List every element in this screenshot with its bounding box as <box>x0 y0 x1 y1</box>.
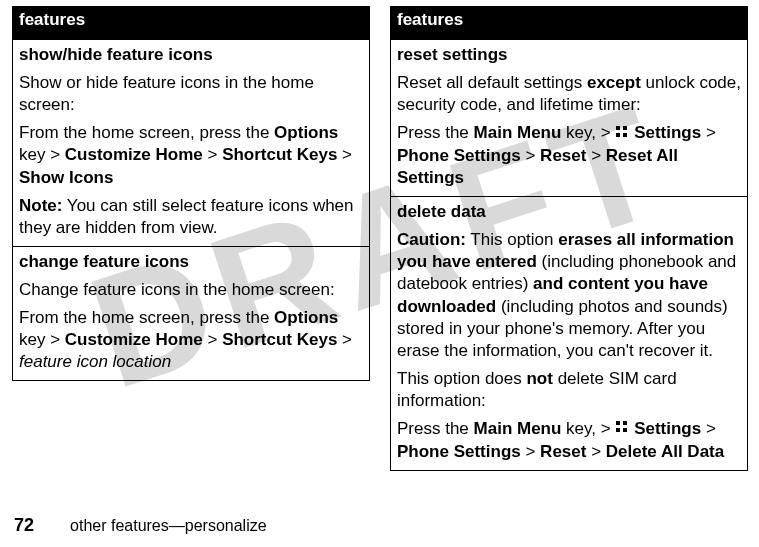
main-menu: Main Menu <box>474 123 562 142</box>
svg-rect-3 <box>623 133 627 137</box>
reset: Reset <box>540 442 586 461</box>
options-key: Options <box>274 123 338 142</box>
text: key > <box>19 145 65 164</box>
text: > <box>521 146 540 165</box>
text: > <box>586 442 605 461</box>
text: > <box>203 330 222 349</box>
text: key, > <box>561 419 615 438</box>
right-row-reset: reset settings Reset all default setting… <box>391 38 748 197</box>
shortcut-keys: Shortcut Keys <box>222 330 337 349</box>
except: except <box>587 73 641 92</box>
svg-rect-0 <box>616 126 620 130</box>
svg-rect-5 <box>623 421 627 425</box>
text: > <box>701 419 716 438</box>
show-icons: Show Icons <box>19 168 113 187</box>
content-columns: features show/hide feature icons Show or… <box>12 6 749 471</box>
left-row-showhide: show/hide feature icons Show or hide fea… <box>13 38 370 246</box>
text: This option does <box>397 369 526 388</box>
settings: Settings <box>634 123 701 142</box>
reset-path: Press the Main Menu key, > Settings > Ph… <box>397 122 741 189</box>
customize-home: Customize Home <box>65 145 203 164</box>
phone-settings: Phone Settings <box>397 442 521 461</box>
text: Press the <box>397 123 474 142</box>
text: > <box>701 123 716 142</box>
text: You can still select feature icons when … <box>19 196 354 237</box>
text: From the home screen, press the <box>19 308 274 327</box>
main-menu: Main Menu <box>474 419 562 438</box>
text: > <box>521 442 540 461</box>
text: key, > <box>561 123 615 142</box>
feature-icon-location: feature icon location <box>19 352 171 371</box>
svg-rect-1 <box>623 126 627 130</box>
svg-rect-6 <box>616 428 620 432</box>
not: not <box>526 369 552 388</box>
reset: Reset <box>540 146 586 165</box>
text: Press the <box>397 419 474 438</box>
right-row-delete: delete data Caution: This option erases … <box>391 197 748 471</box>
delete-all-data: Delete All Data <box>606 442 724 461</box>
showhide-title: show/hide feature icons <box>19 44 363 66</box>
left-row-change: change feature icons Change feature icon… <box>13 246 370 380</box>
change-desc: Change feature icons in the home screen: <box>19 279 363 301</box>
right-table: features reset settings Reset all defaul… <box>390 6 748 471</box>
svg-rect-2 <box>616 133 620 137</box>
left-column: features show/hide feature icons Show or… <box>12 6 370 471</box>
text: > <box>586 146 605 165</box>
settings: Settings <box>634 419 701 438</box>
text: This option <box>466 230 558 249</box>
note-label: Note: <box>19 196 62 215</box>
text: From the home screen, press the <box>19 123 274 142</box>
text: > <box>337 145 352 164</box>
footer-text: other features—personalize <box>70 516 267 537</box>
text: key > <box>19 330 65 349</box>
page-footer: 72 other features—personalize <box>14 514 267 537</box>
page-number: 72 <box>14 514 34 537</box>
svg-rect-4 <box>616 421 620 425</box>
phone-settings: Phone Settings <box>397 146 521 165</box>
reset-desc: Reset all default settings except unlock… <box>397 72 741 116</box>
shortcut-keys: Shortcut Keys <box>222 145 337 164</box>
reset-title: reset settings <box>397 44 741 66</box>
change-path: From the home screen, press the Options … <box>19 307 363 373</box>
showhide-note: Note: You can still select feature icons… <box>19 195 363 239</box>
left-header: features <box>13 7 370 39</box>
text: Reset all default settings <box>397 73 587 92</box>
svg-rect-7 <box>623 428 627 432</box>
right-column: features reset settings Reset all defaul… <box>390 6 748 471</box>
delete-path: Press the Main Menu key, > Settings > Ph… <box>397 418 741 463</box>
change-title: change feature icons <box>19 251 363 273</box>
right-header: features <box>391 7 748 39</box>
showhide-path: From the home screen, press the Options … <box>19 122 363 188</box>
options-key: Options <box>274 308 338 327</box>
delete-caution: Caution: This option erases all informat… <box>397 229 741 362</box>
settings-icon <box>615 123 629 145</box>
delete-not: This option does not delete SIM card inf… <box>397 368 741 412</box>
showhide-desc: Show or hide feature icons in the home s… <box>19 72 363 116</box>
customize-home: Customize Home <box>65 330 203 349</box>
text: > <box>203 145 222 164</box>
left-table: features show/hide feature icons Show or… <box>12 6 370 381</box>
text: > <box>337 330 352 349</box>
caution-label: Caution: <box>397 230 466 249</box>
settings-icon <box>615 418 629 440</box>
delete-title: delete data <box>397 201 741 223</box>
